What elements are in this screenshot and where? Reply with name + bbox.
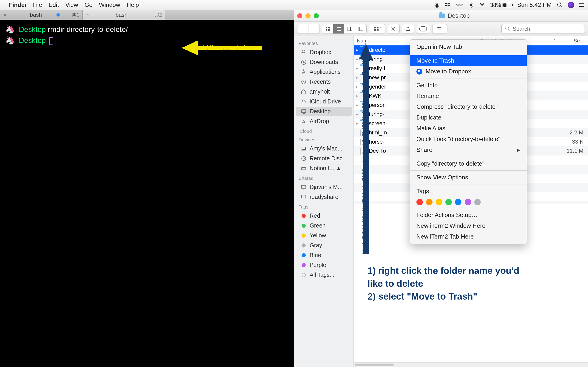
- tag-color-dot[interactable]: [455, 199, 461, 205]
- nav-back-button[interactable]: ‹: [297, 24, 309, 33]
- record-icon[interactable]: ◉: [434, 1, 440, 8]
- disclosure-triangle[interactable]: ▸: [354, 84, 360, 89]
- sidebar-item[interactable]: Remote Disc: [296, 154, 352, 163]
- column-header-size[interactable]: Size: [558, 38, 588, 44]
- menu-separator: [410, 184, 527, 184]
- bluetooth-icon[interactable]: [468, 2, 474, 8]
- download-icon: [300, 59, 307, 65]
- context-menu-item[interactable]: Show View Options: [410, 172, 527, 183]
- sidebar-item[interactable]: Blue: [296, 250, 352, 260]
- tag-color-dot[interactable]: [436, 199, 442, 205]
- terminal-line: 🦄 Desktop rmdir directory-to-delete/: [6, 24, 288, 35]
- window-traffic-lights: [297, 13, 319, 18]
- sidebar-item[interactable]: Dropbox: [296, 48, 352, 57]
- terminal-tab-1[interactable]: × bash ⌘1: [0, 10, 83, 20]
- dropbox-menubar-icon[interactable]: [445, 2, 451, 8]
- context-menu-item[interactable]: Make Alias: [410, 123, 527, 134]
- disclosure-triangle[interactable]: ▸: [354, 66, 360, 71]
- finder-search-field[interactable]: [502, 24, 585, 34]
- nav-forward-button[interactable]: ›: [309, 24, 320, 33]
- sidebar-item[interactable]: Notion I... ▲: [296, 164, 352, 173]
- disclosure-triangle[interactable]: ▸: [354, 112, 360, 117]
- sidebar-item[interactable]: Purple: [296, 260, 352, 270]
- doc-icon: [360, 130, 367, 135]
- notification-center-icon[interactable]: [579, 3, 584, 7]
- disclosure-triangle[interactable]: ▸: [354, 48, 360, 52]
- spotlight-icon[interactable]: [557, 2, 563, 8]
- terminal-tab-2[interactable]: × bash ⌘2: [83, 10, 165, 20]
- context-menu-item[interactable]: Folder Actions Setup…: [410, 210, 527, 220]
- sidebar-item[interactable]: readyshare: [296, 192, 352, 202]
- wifi-icon[interactable]: [479, 2, 485, 8]
- sidebar-item[interactable]: ÅApplications: [296, 67, 352, 77]
- desktop-icon: [300, 109, 307, 114]
- tag-color-dot[interactable]: [445, 199, 452, 205]
- sidebar-item[interactable]: Recents: [296, 77, 352, 86]
- sidebar-item[interactable]: iCloud Drive: [296, 97, 352, 106]
- context-menu-item[interactable]: New iTerm2 Tab Here: [410, 231, 527, 242]
- menu-go[interactable]: Go: [85, 1, 93, 8]
- siri-icon[interactable]: [568, 2, 574, 8]
- disclosure-triangle[interactable]: ▸: [354, 57, 360, 62]
- menu-view[interactable]: View: [65, 1, 78, 8]
- disclosure-triangle[interactable]: ▸: [354, 75, 360, 80]
- disclosure-triangle[interactable]: ▸: [354, 93, 360, 98]
- context-menu-item[interactable]: New iTerm2 Window Here: [410, 220, 527, 231]
- scrollbar-thumb[interactable]: [355, 364, 394, 366]
- sidebar-item[interactable]: amyholt: [296, 87, 352, 96]
- finder-search-input[interactable]: [513, 26, 581, 32]
- sidebar-item[interactable]: Green: [296, 221, 352, 230]
- sidebar-item[interactable]: Yellow: [296, 231, 352, 240]
- context-menu-item[interactable]: Open in New Tab: [410, 42, 527, 52]
- menu-file[interactable]: File: [32, 1, 42, 8]
- group-by-button[interactable]: ˇ: [369, 24, 385, 34]
- tag-color-dot[interactable]: [465, 199, 471, 205]
- sidebar-item[interactable]: Downloads: [296, 57, 352, 67]
- terminal-body[interactable]: 🦄 Desktop rmdir directory-to-delete/ 🦄 D…: [0, 20, 294, 367]
- sidebar-item[interactable]: Amy's Mac...: [296, 144, 352, 153]
- sidebar-item[interactable]: All Tags...: [296, 270, 352, 280]
- menu-edit[interactable]: Edit: [48, 1, 59, 8]
- sidebar-item-label: Red: [310, 212, 320, 219]
- view-icon-button[interactable]: [322, 24, 333, 33]
- context-menu-item[interactable]: Compress "directory-to-delete": [410, 101, 527, 112]
- sidebar-item[interactable]: Desktop: [296, 107, 352, 116]
- window-close-button[interactable]: [297, 13, 302, 18]
- context-menu-item[interactable]: Quick Look "directory-to-delete": [410, 134, 527, 144]
- dropbox-toolbar-button[interactable]: ˇ: [432, 24, 447, 34]
- window-minimize-button[interactable]: [305, 13, 311, 18]
- context-menu-item[interactable]: Copy "directory-to-delete": [410, 158, 527, 169]
- disclosure-triangle[interactable]: ▸: [354, 102, 360, 108]
- view-list-button[interactable]: [333, 24, 344, 33]
- context-menu-item[interactable]: Get Info: [410, 80, 527, 91]
- context-menu-item[interactable]: Share▶: [410, 144, 527, 155]
- tag-color-dot[interactable]: [474, 199, 481, 205]
- menubar-app-name[interactable]: Finder: [9, 1, 27, 8]
- menu-help[interactable]: Help: [127, 1, 139, 8]
- horizontal-scrollbar[interactable]: [354, 362, 588, 367]
- action-menu-button[interactable]: ˇ: [388, 24, 400, 34]
- context-menu-item[interactable]: Rename: [410, 91, 527, 101]
- sidebar-item[interactable]: AirDrop: [296, 117, 352, 126]
- context-menu-item[interactable]: Move to Trash: [410, 55, 527, 66]
- context-menu-item[interactable]: Tags…: [410, 186, 527, 197]
- tab-close-icon[interactable]: ×: [86, 12, 89, 18]
- sidebar-item[interactable]: Red: [296, 211, 352, 220]
- view-gallery-button[interactable]: [355, 24, 366, 33]
- tag-color-dot[interactable]: [426, 199, 432, 205]
- share-button[interactable]: [402, 24, 414, 34]
- context-menu-item[interactable]: Move to Dropbox: [410, 66, 527, 77]
- window-zoom-button[interactable]: [314, 13, 319, 18]
- tag-color-dot[interactable]: [416, 199, 423, 205]
- glasses-icon[interactable]: 👓: [456, 1, 463, 8]
- tags-button[interactable]: [416, 24, 430, 34]
- view-column-button[interactable]: [344, 24, 355, 33]
- menubar-clock[interactable]: Sun 5:42 PM: [517, 1, 552, 8]
- tab-close-icon[interactable]: ×: [3, 12, 6, 18]
- context-menu-item[interactable]: Duplicate: [410, 112, 527, 123]
- menu-window[interactable]: Window: [99, 1, 120, 8]
- sidebar-item[interactable]: Djavan's M...: [296, 182, 352, 192]
- sidebar-item[interactable]: Gray: [296, 241, 352, 250]
- disclosure-triangle[interactable]: ▸: [354, 121, 360, 126]
- battery-status[interactable]: 38%: [490, 2, 512, 8]
